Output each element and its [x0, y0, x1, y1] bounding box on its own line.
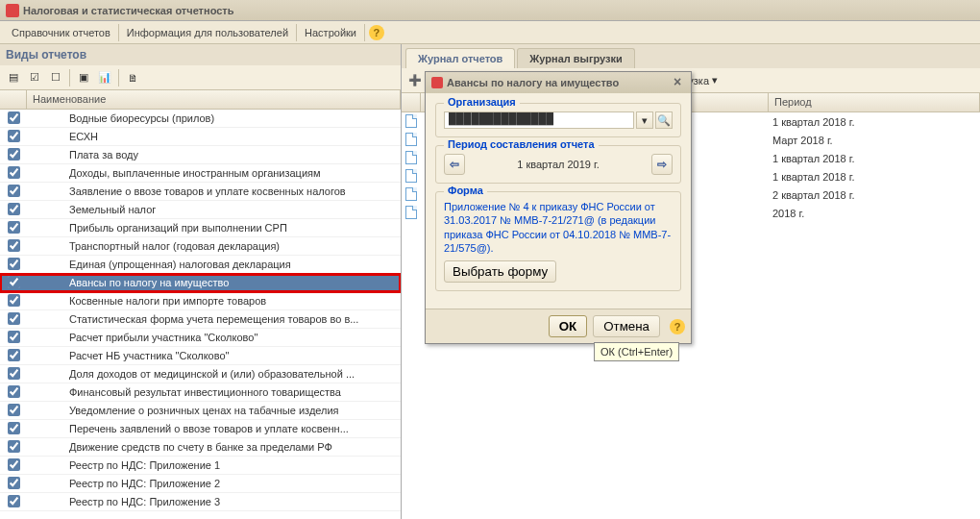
new-report-icon[interactable]: 🗎 [123, 68, 142, 87]
report-type-row[interactable]: Доходы, выплаченные иностранным организа… [0, 164, 401, 183]
col-period[interactable]: Период [769, 93, 980, 111]
row-checkbox[interactable] [8, 440, 20, 453]
report-type-row[interactable]: Реестр по НДС: Приложение 3 [0, 493, 401, 511]
menu-bar: Справочник отчетов Информация для пользо… [0, 21, 980, 44]
row-checkbox[interactable] [8, 477, 20, 489]
journal-period: 1 квартал 2018 г. [769, 116, 980, 128]
add-icon[interactable]: ➕ [405, 71, 425, 90]
row-checkbox[interactable] [8, 185, 20, 197]
check-all-icon[interactable]: ☑ [25, 68, 44, 87]
help-icon[interactable]: ? [369, 25, 384, 40]
right-tabs: Журнал отчетов Журнал выгрузки [402, 44, 980, 68]
row-checkbox[interactable] [8, 331, 20, 343]
tab-journal-reports[interactable]: Журнал отчетов [405, 48, 515, 68]
row-label: Прибыль организаций при выполнении СРП [27, 222, 401, 234]
ok-button[interactable]: ОК [549, 315, 588, 337]
row-label: Водные биоресурсы (прилов) [27, 112, 401, 124]
journal-period: 2018 г. [769, 208, 980, 219]
document-icon [405, 114, 417, 128]
row-label: Расчет прибыли участника "Сколково" [27, 332, 401, 343]
row-checkbox[interactable] [8, 367, 20, 380]
collapse-icon[interactable]: ▣ [74, 68, 93, 87]
prev-period-button[interactable]: ⇦ [444, 154, 465, 175]
row-label: Статистическая форма учета перемещения т… [27, 313, 401, 325]
row-label: Реестр по НДС: Приложение 2 [27, 478, 401, 489]
row-checkbox[interactable] [8, 203, 20, 215]
report-type-row[interactable]: Земельный налог [0, 201, 401, 219]
report-type-row[interactable]: Плата за воду [0, 146, 401, 164]
col-name-header[interactable]: Наименование [27, 90, 401, 109]
dialog-title-bar[interactable]: Авансы по налогу на имущество × [426, 72, 691, 93]
row-checkbox[interactable] [8, 349, 20, 361]
menu-info[interactable]: Информация для пользователей [119, 24, 297, 41]
row-checkbox[interactable] [8, 312, 20, 325]
row-checkbox[interactable] [8, 111, 20, 124]
dropdown-icon[interactable]: ▾ [636, 111, 653, 129]
journal-period: 1 квартал 2018 г. [769, 171, 980, 183]
tab-journal-export[interactable]: Журнал выгрузки [517, 48, 634, 68]
row-checkbox[interactable] [8, 148, 20, 161]
row-checkbox[interactable] [8, 495, 20, 507]
menu-spravochnik[interactable]: Справочник отчетов [4, 24, 119, 41]
row-label: Реестр по НДС: Приложение 3 [27, 496, 401, 507]
report-type-row[interactable]: Статистическая форма учета перемещения т… [0, 310, 401, 329]
search-icon[interactable]: 🔍 [655, 111, 673, 129]
org-input[interactable]: ██████████████ [444, 111, 634, 129]
window-title: Налоговая и статистическая отчетность [23, 0, 233, 21]
fieldset-organization: Организация ██████████████ ▾ 🔍 [435, 103, 681, 137]
row-checkbox[interactable] [8, 130, 20, 142]
window-title-bar: Налоговая и статистическая отчетность [0, 0, 980, 21]
report-type-row[interactable]: Доля доходов от медицинской и (или) обра… [0, 365, 401, 383]
report-type-row[interactable]: Водные биоресурсы (прилов) [0, 110, 401, 128]
dialog-footer: ОК Отмена ? [426, 309, 691, 343]
expand-all-icon[interactable]: ▤ [4, 68, 23, 87]
report-type-row[interactable]: ЕСХН [0, 128, 401, 146]
menu-settings[interactable]: Настройки [297, 24, 365, 41]
row-label: Авансы по налогу на имущество [27, 277, 401, 288]
report-type-row[interactable]: Реестр по НДС: Приложение 2 [0, 475, 401, 493]
document-icon [405, 187, 417, 201]
row-checkbox[interactable] [8, 294, 20, 307]
report-type-row[interactable]: Расчет НБ участника "Сколково" [0, 347, 401, 365]
row-checkbox[interactable] [8, 276, 20, 288]
report-type-row[interactable]: Уведомление о розничных ценах на табачны… [0, 402, 401, 420]
report-type-row[interactable]: Косвенные налоги при импорте товаров [0, 292, 401, 310]
row-checkbox[interactable] [8, 258, 20, 270]
report-type-row[interactable]: Расчет прибыли участника "Сколково" [0, 329, 401, 347]
row-label: Реестр по НДС: Приложение 1 [27, 459, 401, 471]
cancel-button[interactable]: Отмена [593, 315, 660, 337]
document-icon [405, 133, 417, 146]
period-value: 1 квартал 2019 г. [517, 159, 599, 170]
report-type-row[interactable]: Движение средств по счету в банке за пре… [0, 438, 401, 457]
report-type-row[interactable]: Авансы по налогу на имущество [0, 274, 401, 292]
close-icon[interactable]: × [670, 75, 685, 90]
report-type-row[interactable]: Прибыль организаций при выполнении СРП [0, 219, 401, 237]
org-legend: Организация [444, 96, 520, 108]
left-grid-body[interactable]: Водные биоресурсы (прилов)ЕСХНПлата за в… [0, 110, 401, 519]
row-checkbox[interactable] [8, 422, 20, 434]
report-type-row[interactable]: Единая (упрощенная) налоговая декларация [0, 256, 401, 274]
row-checkbox[interactable] [8, 404, 20, 416]
report-type-row[interactable]: Перечень заявлений о ввозе товаров и упл… [0, 420, 401, 438]
row-label: ЕСХН [27, 131, 401, 142]
row-label: Финансовый результат инвестиционного тов… [27, 386, 401, 398]
app-icon [6, 4, 19, 17]
row-checkbox[interactable] [8, 166, 20, 179]
row-label: Уведомление о розничных ценах на табачны… [27, 405, 401, 416]
dialog-title-text: Авансы по налогу на имущество [447, 77, 619, 88]
help-icon[interactable]: ? [670, 319, 685, 334]
report-type-row[interactable]: Финансовый результат инвестиционного тов… [0, 383, 401, 402]
row-label: Доля доходов от медицинской и (или) обра… [27, 368, 401, 380]
next-period-button[interactable]: ⇨ [651, 154, 673, 175]
row-label: Движение средств по счету в банке за пре… [27, 441, 401, 453]
row-checkbox[interactable] [8, 221, 20, 234]
report-type-row[interactable]: Заявление о ввозе товаров и уплате косве… [0, 183, 401, 201]
uncheck-all-icon[interactable]: ☐ [46, 68, 65, 87]
report-type-row[interactable]: Реестр по НДС: Приложение 1 [0, 457, 401, 475]
chart-icon[interactable]: 📊 [95, 68, 114, 87]
report-type-row[interactable]: Транспортный налог (годовая декларация) [0, 237, 401, 256]
row-checkbox[interactable] [8, 385, 20, 398]
select-form-button[interactable]: Выбрать форму [444, 260, 556, 283]
row-checkbox[interactable] [8, 458, 20, 471]
row-checkbox[interactable] [8, 239, 20, 252]
